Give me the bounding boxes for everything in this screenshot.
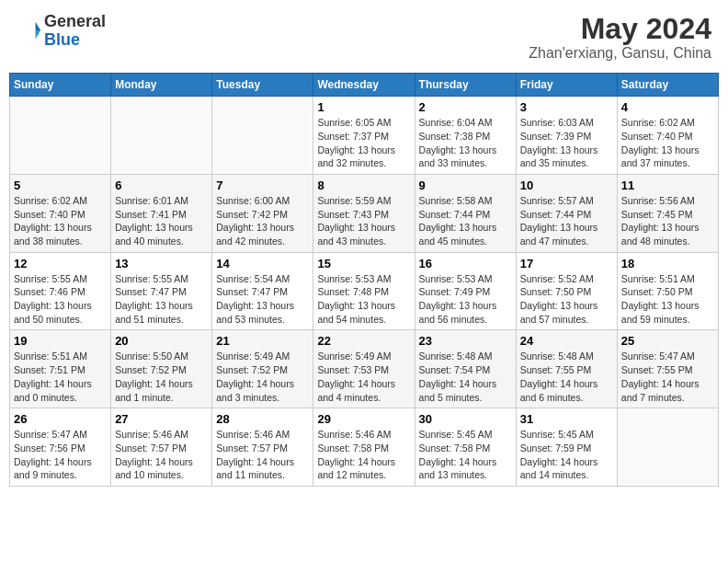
day-number: 30 [419, 412, 512, 426]
day-info: Sunrise: 5:51 AMSunset: 7:50 PMDaylight:… [621, 272, 714, 327]
calendar-cell [111, 97, 212, 175]
day-number: 4 [621, 100, 714, 114]
calendar-cell: 19Sunrise: 5:51 AMSunset: 7:51 PMDayligh… [10, 330, 111, 408]
day-number: 17 [520, 257, 613, 270]
calendar-cell: 29Sunrise: 5:46 AMSunset: 7:58 PMDayligh… [313, 408, 415, 487]
day-info: Sunrise: 6:02 AMSunset: 7:40 PMDaylight:… [621, 116, 714, 170]
day-info: Sunrise: 6:01 AMSunset: 7:41 PMDaylight:… [115, 194, 208, 248]
day-number: 28 [216, 412, 309, 426]
day-info: Sunrise: 6:03 AMSunset: 7:39 PMDaylight:… [520, 116, 613, 170]
day-info: Sunrise: 6:00 AMSunset: 7:42 PMDaylight:… [216, 194, 309, 248]
calendar-cell: 15Sunrise: 5:53 AMSunset: 7:48 PMDayligh… [313, 252, 415, 330]
day-info: Sunrise: 5:51 AMSunset: 7:51 PMDaylight:… [14, 350, 107, 404]
page-header: General Blue May 2024 Zhan'erxiang, Gans… [9, 9, 719, 65]
calendar-cell: 7Sunrise: 6:00 AMSunset: 7:42 PMDaylight… [212, 174, 313, 252]
weekday-header: Wednesday [313, 74, 415, 97]
day-number: 1 [317, 100, 410, 114]
calendar-cell: 22Sunrise: 5:49 AMSunset: 7:53 PMDayligh… [313, 330, 415, 408]
calendar-cell: 31Sunrise: 5:45 AMSunset: 7:59 PMDayligh… [516, 408, 617, 487]
calendar-cell: 26Sunrise: 5:47 AMSunset: 7:56 PMDayligh… [10, 408, 111, 487]
day-number: 13 [115, 257, 208, 270]
calendar-week-row: 26Sunrise: 5:47 AMSunset: 7:56 PMDayligh… [10, 408, 719, 487]
weekday-header: Sunday [10, 74, 111, 97]
day-info: Sunrise: 5:47 AMSunset: 7:56 PMDaylight:… [14, 428, 107, 482]
calendar-cell: 4Sunrise: 6:02 AMSunset: 7:40 PMDaylight… [617, 97, 718, 175]
logo-icon [17, 18, 42, 44]
day-number: 8 [317, 178, 410, 192]
day-number: 15 [317, 257, 410, 270]
calendar-cell: 11Sunrise: 5:56 AMSunset: 7:45 PMDayligh… [617, 174, 718, 252]
day-number: 14 [216, 257, 309, 270]
day-info: Sunrise: 6:02 AMSunset: 7:40 PMDaylight:… [14, 194, 107, 248]
day-number: 29 [317, 412, 410, 426]
day-number: 31 [520, 412, 613, 426]
day-info: Sunrise: 5:45 AMSunset: 7:58 PMDaylight:… [419, 428, 512, 482]
day-number: 6 [115, 178, 208, 192]
calendar-cell: 2Sunrise: 6:04 AMSunset: 7:38 PMDaylight… [415, 97, 516, 175]
calendar-cell [10, 97, 111, 175]
day-info: Sunrise: 5:48 AMSunset: 7:54 PMDaylight:… [419, 350, 512, 404]
logo: General Blue [17, 13, 106, 50]
calendar-cell [617, 408, 718, 487]
day-number: 9 [419, 178, 512, 192]
calendar-cell: 9Sunrise: 5:58 AMSunset: 7:44 PMDaylight… [415, 174, 516, 252]
day-info: Sunrise: 6:05 AMSunset: 7:37 PMDaylight:… [317, 116, 410, 170]
calendar-week-row: 5Sunrise: 6:02 AMSunset: 7:40 PMDaylight… [10, 174, 719, 252]
calendar-cell: 16Sunrise: 5:53 AMSunset: 7:49 PMDayligh… [415, 252, 516, 330]
title-section: May 2024 Zhan'erxiang, Gansu, China [529, 13, 711, 62]
day-number: 23 [419, 334, 512, 348]
day-info: Sunrise: 5:57 AMSunset: 7:44 PMDaylight:… [520, 194, 613, 248]
day-info: Sunrise: 5:54 AMSunset: 7:47 PMDaylight:… [216, 272, 309, 327]
day-number: 2 [419, 100, 512, 114]
day-number: 10 [520, 178, 613, 192]
day-number: 16 [419, 257, 512, 270]
day-info: Sunrise: 5:48 AMSunset: 7:55 PMDaylight:… [520, 350, 613, 404]
day-info: Sunrise: 5:45 AMSunset: 7:59 PMDaylight:… [520, 428, 613, 482]
calendar-cell: 5Sunrise: 6:02 AMSunset: 7:40 PMDaylight… [10, 174, 111, 252]
day-info: Sunrise: 5:53 AMSunset: 7:49 PMDaylight:… [419, 272, 512, 327]
day-info: Sunrise: 5:46 AMSunset: 7:58 PMDaylight:… [317, 428, 410, 482]
day-number: 11 [621, 178, 714, 192]
day-number: 12 [14, 257, 107, 270]
day-info: Sunrise: 5:50 AMSunset: 7:52 PMDaylight:… [115, 350, 208, 404]
day-info: Sunrise: 5:58 AMSunset: 7:44 PMDaylight:… [419, 194, 512, 248]
day-info: Sunrise: 5:49 AMSunset: 7:53 PMDaylight:… [317, 350, 410, 404]
day-info: Sunrise: 5:53 AMSunset: 7:48 PMDaylight:… [317, 272, 410, 327]
calendar-week-row: 12Sunrise: 5:55 AMSunset: 7:46 PMDayligh… [10, 252, 719, 330]
day-number: 3 [520, 100, 613, 114]
calendar-cell: 12Sunrise: 5:55 AMSunset: 7:46 PMDayligh… [10, 252, 111, 330]
calendar-cell: 18Sunrise: 5:51 AMSunset: 7:50 PMDayligh… [617, 252, 718, 330]
weekday-header: Monday [111, 74, 212, 97]
calendar-cell: 3Sunrise: 6:03 AMSunset: 7:39 PMDaylight… [516, 97, 617, 175]
month-title: May 2024 [529, 13, 711, 45]
logo-general-text: General [44, 12, 106, 30]
calendar-table: SundayMondayTuesdayWednesdayThursdayFrid… [9, 73, 719, 487]
logo-blue-text: Blue [44, 30, 80, 49]
calendar-cell: 23Sunrise: 5:48 AMSunset: 7:54 PMDayligh… [415, 330, 516, 408]
day-info: Sunrise: 6:04 AMSunset: 7:38 PMDaylight:… [419, 116, 512, 170]
calendar-cell: 6Sunrise: 6:01 AMSunset: 7:41 PMDaylight… [111, 174, 212, 252]
calendar-cell: 14Sunrise: 5:54 AMSunset: 7:47 PMDayligh… [212, 252, 313, 330]
day-number: 5 [14, 178, 107, 192]
weekday-header: Thursday [415, 74, 516, 97]
weekday-header: Tuesday [212, 74, 313, 97]
calendar-cell: 25Sunrise: 5:47 AMSunset: 7:55 PMDayligh… [617, 330, 718, 408]
day-info: Sunrise: 5:59 AMSunset: 7:43 PMDaylight:… [317, 194, 410, 248]
calendar-cell: 20Sunrise: 5:50 AMSunset: 7:52 PMDayligh… [111, 330, 212, 408]
calendar-week-row: 1Sunrise: 6:05 AMSunset: 7:37 PMDaylight… [10, 97, 719, 175]
day-number: 25 [621, 334, 714, 348]
day-info: Sunrise: 5:56 AMSunset: 7:45 PMDaylight:… [621, 194, 714, 248]
calendar-week-row: 19Sunrise: 5:51 AMSunset: 7:51 PMDayligh… [10, 330, 719, 408]
day-number: 24 [520, 334, 613, 348]
location-title: Zhan'erxiang, Gansu, China [529, 45, 711, 62]
calendar-cell: 27Sunrise: 5:46 AMSunset: 7:57 PMDayligh… [111, 408, 212, 487]
day-info: Sunrise: 5:52 AMSunset: 7:50 PMDaylight:… [520, 272, 613, 327]
day-info: Sunrise: 5:46 AMSunset: 7:57 PMDaylight:… [115, 428, 208, 482]
svg-marker-1 [36, 30, 41, 39]
calendar-cell [212, 97, 313, 175]
day-number: 19 [14, 334, 107, 348]
calendar-cell: 28Sunrise: 5:46 AMSunset: 7:57 PMDayligh… [212, 408, 313, 487]
day-number: 18 [621, 257, 714, 270]
calendar-cell: 17Sunrise: 5:52 AMSunset: 7:50 PMDayligh… [516, 252, 617, 330]
day-info: Sunrise: 5:55 AMSunset: 7:47 PMDaylight:… [115, 272, 208, 327]
